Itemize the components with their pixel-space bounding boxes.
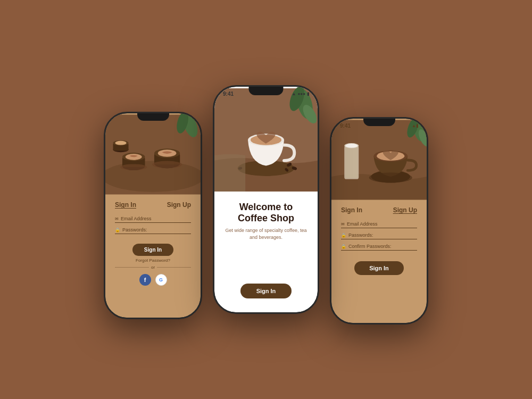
password-label-left: 🔒 Passwords: xyxy=(115,227,191,232)
email-label-right: ✉ Email Address xyxy=(341,221,417,227)
password-input-line-left[interactable] xyxy=(115,234,191,234)
email-icon-right: ✉ xyxy=(341,222,345,227)
email-group-left: ✉ Email Address xyxy=(115,216,191,223)
email-input-line-left[interactable] xyxy=(115,222,191,223)
screen-center: Welcome to Coffee Shop Get wide range of… xyxy=(214,87,318,312)
welcome-subtitle: Get wide range of specialty coffee, tea … xyxy=(224,227,308,240)
phone-right: 9:41 ▲▮ xyxy=(330,117,428,325)
tab-signin-right[interactable]: Sign In xyxy=(341,206,362,215)
phones-container: Sign In Sign Up ✉ Email Address 🔒 Passwo… xyxy=(0,0,532,399)
password-group-left: 🔒 Passwords: xyxy=(115,227,191,234)
password-input-line-right[interactable] xyxy=(341,239,417,239)
notch-center xyxy=(249,87,284,95)
signin-button-right[interactable]: Sign In xyxy=(354,261,404,275)
email-group-right: ✉ Email Address xyxy=(341,221,417,228)
coffee-image-left xyxy=(105,113,201,196)
password-label-right: 🔒 Passwords: xyxy=(341,232,417,238)
form-area-right: Sign In Sign Up ✉ Email Address 🔒 Passwo… xyxy=(331,201,427,323)
auth-tabs-left: Sign In Sign Up xyxy=(115,201,191,210)
screen-right: Sign In Sign Up ✉ Email Address 🔒 Passwo… xyxy=(331,119,427,323)
time-center: 9:41 xyxy=(223,91,234,97)
signin-button-left[interactable]: Sign In xyxy=(132,244,173,256)
facebook-button-left[interactable]: f xyxy=(139,274,151,286)
time-right: 9:41 xyxy=(340,123,351,129)
auth-tabs-right: Sign In Sign Up xyxy=(341,206,417,215)
social-icons-left: f G xyxy=(115,274,191,286)
form-area-left: Sign In Sign Up ✉ Email Address 🔒 Passwo… xyxy=(105,196,201,318)
confirm-password-group-right: 🔒 Confirm Passwords: xyxy=(341,244,417,251)
coffee-image-right xyxy=(331,119,427,201)
forgot-password-left[interactable]: Forgot Password? xyxy=(115,258,191,263)
svg-point-33 xyxy=(345,144,358,148)
status-icons-right: ▲▮ xyxy=(412,123,418,128)
welcome-form-area: Welcome to Coffee Shop Get wide range of… xyxy=(214,193,318,312)
svg-point-13 xyxy=(152,161,182,169)
status-icons-center: ▲ ●●● ▮ xyxy=(292,92,309,96)
email-icon-left: ✉ xyxy=(115,217,119,221)
confirm-password-label-right: 🔒 Confirm Passwords: xyxy=(341,244,417,249)
password-icon-left: 🔒 xyxy=(115,228,120,232)
svg-point-17 xyxy=(115,141,126,145)
phone-center: 9:41 ▲ ●●● ▮ xyxy=(213,85,319,314)
google-button-left[interactable]: G xyxy=(155,274,167,286)
password-group-right: 🔒 Passwords: xyxy=(341,232,417,239)
welcome-title: Welcome to Coffee Shop xyxy=(224,202,308,224)
notch-right xyxy=(363,119,395,126)
svg-rect-31 xyxy=(345,147,358,178)
email-input-line-right[interactable] xyxy=(341,228,417,228)
password-icon-right: 🔒 xyxy=(341,233,346,238)
tab-signup-right[interactable]: Sign Up xyxy=(393,206,417,215)
svg-point-40 xyxy=(369,172,412,182)
notch-left xyxy=(137,113,169,121)
phone-left: Sign In Sign Up ✉ Email Address 🔒 Passwo… xyxy=(104,112,202,319)
tab-signin-left[interactable]: Sign In xyxy=(115,201,136,210)
or-divider-left: or xyxy=(115,265,191,270)
tab-signup-left[interactable]: Sign Up xyxy=(167,201,191,210)
confirm-password-icon-right: 🔒 xyxy=(341,244,346,249)
email-label-left: ✉ Email Address xyxy=(115,216,191,221)
confirm-password-input-line-right[interactable] xyxy=(341,250,417,251)
screen-left: Sign In Sign Up ✉ Email Address 🔒 Passwo… xyxy=(105,113,201,318)
welcome-signin-button[interactable]: Sign In xyxy=(240,284,292,298)
coffee-image-center xyxy=(214,87,318,193)
svg-point-12 xyxy=(120,164,147,170)
